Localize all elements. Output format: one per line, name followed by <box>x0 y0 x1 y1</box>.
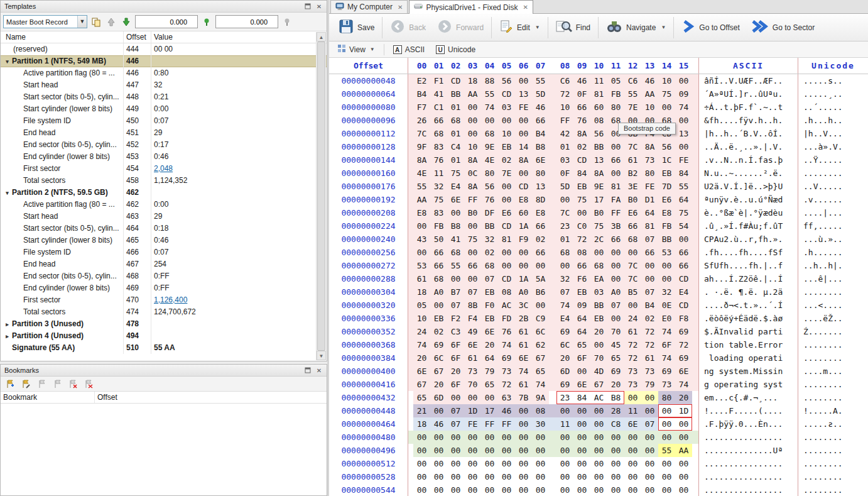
hex-byte[interactable]: 00 <box>413 431 430 444</box>
template-offset-input-2[interactable] <box>215 15 278 28</box>
hex-byte[interactable]: FF <box>556 114 573 127</box>
hex-byte[interactable]: A0 <box>515 285 532 299</box>
unicode-cell[interactable]: ...<.... <box>798 299 868 312</box>
hex-row-offset[interactable]: 00000000480 <box>329 431 408 444</box>
hex-byte[interactable]: 00 <box>658 259 675 272</box>
hex-byte[interactable]: B2 <box>624 167 641 180</box>
chevron-down-icon[interactable]: ▾ <box>3 187 12 199</box>
hex-byte[interactable]: 00 <box>573 417 590 431</box>
hex-byte[interactable]: 9F <box>413 140 430 153</box>
hex-byte[interactable]: 9E <box>590 180 607 193</box>
hex-byte[interactable]: 07 <box>641 417 658 431</box>
unicode-cell[interactable]: Ź....... <box>798 325 868 338</box>
hex-byte[interactable]: 53 <box>658 246 675 259</box>
hex-byte[interactable]: 66 <box>675 246 692 259</box>
hex-byte[interactable]: 00 <box>464 391 481 404</box>
previous-field-icon[interactable] <box>105 16 117 28</box>
hex-byte[interactable]: F8 <box>675 312 692 325</box>
next-field-icon[interactable] <box>120 16 133 28</box>
hex-byte[interactable]: B0 <box>624 193 641 206</box>
hex-byte[interactable]: 61 <box>515 325 532 338</box>
close-icon[interactable]: ✕ <box>315 3 323 10</box>
unicode-cell[interactable]: ..´..... <box>798 101 868 114</box>
hex-byte[interactable]: 00 <box>624 470 641 483</box>
hex-byte[interactable]: 72 <box>624 338 641 351</box>
hex-byte[interactable]: 00 <box>556 193 573 206</box>
hex-byte[interactable]: 8D <box>532 193 549 206</box>
unicode-cell[interactable]: ........ <box>798 431 868 444</box>
hex-row-offset[interactable]: 00000000528 <box>329 470 408 483</box>
hex-byte[interactable]: AA <box>413 193 430 206</box>
hex-byte[interactable]: 00 <box>515 444 532 457</box>
hex-byte[interactable]: 60 <box>590 101 607 114</box>
hex-byte[interactable]: B6 <box>532 285 549 299</box>
template-row[interactable]: Active partition flag (80 = ...4460:80 <box>1 67 327 79</box>
hex-byte[interactable]: 79 <box>481 365 498 378</box>
hex-byte[interactable]: 6E <box>675 365 692 378</box>
remove-all-bookmarks-icon[interactable] <box>82 378 95 390</box>
hex-byte[interactable]: 00 <box>498 180 515 193</box>
hex-byte[interactable]: 73 <box>464 365 481 378</box>
ascii-cell[interactable]: .F.þÿÿ.0...Èn... <box>698 417 798 431</box>
hex-byte[interactable]: 84 <box>675 167 692 180</box>
hex-byte[interactable]: 00 <box>607 140 624 153</box>
unicode-cell[interactable]: ........ <box>798 457 868 470</box>
hex-byte[interactable]: 8B <box>464 299 481 312</box>
hex-byte[interactable]: 73 <box>658 378 675 391</box>
hex-byte[interactable]: 00 <box>413 246 430 259</box>
unicode-cell[interactable]: ....m... <box>798 365 868 378</box>
hex-byte[interactable]: 56 <box>481 180 498 193</box>
goto-offset-button[interactable]: Go to Offset <box>676 16 745 40</box>
hex-byte[interactable]: 41 <box>447 233 464 246</box>
hex-byte[interactable]: 46 <box>532 101 549 114</box>
hex-row-offset[interactable]: 00000000448 <box>329 404 408 417</box>
hex-byte[interactable]: BB <box>590 299 607 312</box>
hex-byte[interactable]: 61 <box>624 325 641 338</box>
unicode-cell[interactable]: ........ <box>798 351 868 365</box>
unicode-cell[interactable]: ǃ.....A. <box>798 404 868 417</box>
hex-byte[interactable]: 67 <box>413 378 430 391</box>
ascii-cell[interactable]: !....F.....(.... <box>698 404 798 417</box>
remove-bookmark-icon[interactable] <box>67 378 79 390</box>
hex-byte[interactable]: 00 <box>498 259 515 272</box>
hex-byte[interactable]: 66 <box>532 219 549 233</box>
hex-byte[interactable]: 00 <box>573 404 590 417</box>
hex-row-offset[interactable]: 00000000416 <box>329 378 408 391</box>
hex-byte[interactable]: 64 <box>573 325 590 338</box>
hex-byte[interactable]: 00 <box>675 483 692 496</box>
hex-byte[interactable]: 00 <box>607 246 624 259</box>
hex-byte[interactable]: F2 <box>447 312 464 325</box>
previous-bookmark-icon[interactable] <box>35 378 48 390</box>
hex-row-offset[interactable]: 00000000368 <box>329 338 408 351</box>
hex-byte[interactable]: 32 <box>481 233 498 246</box>
hex-byte[interactable]: 00 <box>607 483 624 496</box>
hex-byte[interactable]: 00 <box>413 470 430 483</box>
hex-byte[interactable]: 66 <box>430 246 447 259</box>
hex-byte[interactable]: 80 <box>607 101 624 114</box>
hex-row-offset[interactable]: 00000000048 <box>329 74 408 87</box>
hex-byte[interactable]: B5 <box>624 285 641 299</box>
hex-byte[interactable]: E4 <box>556 312 573 325</box>
hex-byte[interactable]: 66 <box>430 114 447 127</box>
ascii-cell[interactable]: ..Ä..ë.¸..».|.V. <box>698 140 798 153</box>
hex-byte[interactable]: 00 <box>658 272 675 285</box>
unicode-cell[interactable]: ........ <box>798 470 868 483</box>
hex-byte[interactable]: B8 <box>607 391 624 404</box>
hex-byte[interactable]: 80 <box>658 391 675 404</box>
hex-byte[interactable]: 07 <box>447 417 464 431</box>
hex-byte[interactable]: 7C <box>624 259 641 272</box>
hex-byte[interactable]: 00 <box>675 470 692 483</box>
ascii-cell[interactable]: ....ð¬<.t.»..´.Í <box>698 299 798 312</box>
hex-byte[interactable]: 00 <box>658 457 675 470</box>
add-bookmark-icon[interactable] <box>4 378 16 390</box>
hex-byte[interactable]: 00 <box>464 114 481 127</box>
hex-byte[interactable]: B8 <box>532 140 549 153</box>
hex-byte[interactable]: 62 <box>532 338 549 351</box>
ascii-cell[interactable]: .v..N..n.Í.fas.þ <box>698 153 798 167</box>
hex-byte[interactable]: BB <box>590 140 607 153</box>
hex-byte[interactable]: 00 <box>464 127 481 140</box>
hex-byte[interactable]: 00 <box>624 457 641 470</box>
hex-byte[interactable]: 21 <box>413 404 430 417</box>
find-button[interactable]: Find <box>550 16 596 40</box>
hex-byte[interactable]: 00 <box>481 483 498 496</box>
